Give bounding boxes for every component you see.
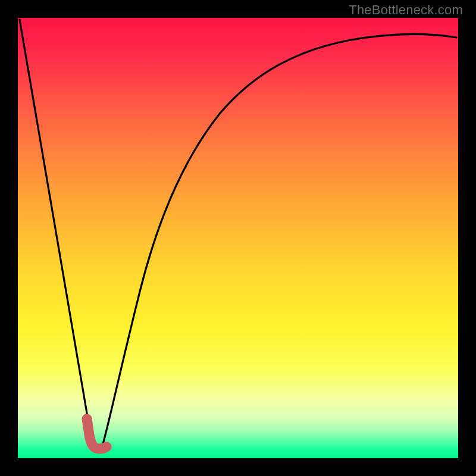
outer-frame: TheBottleneck.com	[0, 0, 476, 476]
curve-layer	[18, 18, 458, 458]
watermark-text: TheBottleneck.com	[349, 2, 463, 18]
plot-area	[18, 18, 458, 458]
bottleneck-marker	[87, 419, 107, 449]
curve-left-limb	[20, 20, 95, 447]
curve-right-limb	[102, 34, 456, 448]
